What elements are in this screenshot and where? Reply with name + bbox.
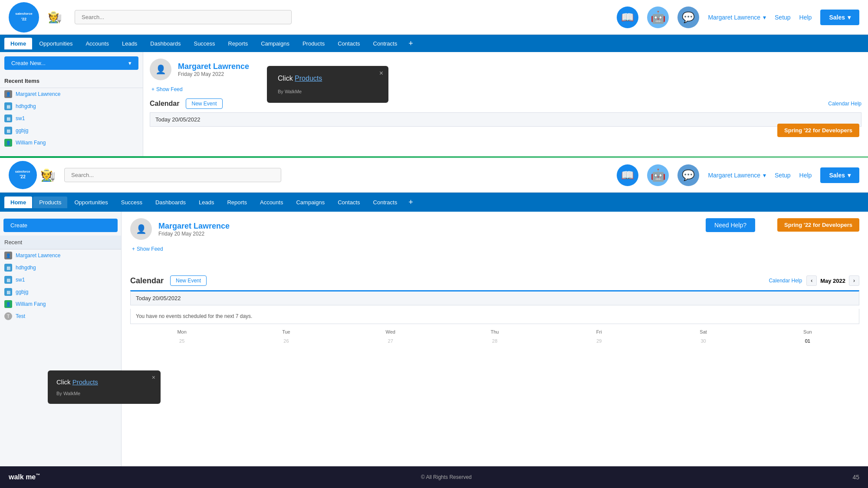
record-icon-b3: ▦ [4, 288, 12, 296]
mascot-bottom: 🧑‍🌾 [40, 168, 56, 182]
nav-item-reports-bottom[interactable]: Reports [221, 197, 253, 208]
record-icon-b2: ▦ [4, 276, 12, 284]
avatar-top: 👤 [150, 59, 171, 80]
sales-button-top[interactable]: Sales ▾ [820, 10, 859, 25]
list-item[interactable]: 👤 Margaret Lawrence [0, 88, 143, 100]
sidebar-bottom: Create Recent 👤 Margaret Lawrence ▦ hdhg… [0, 212, 122, 472]
calendar-help-top[interactable]: Calendar Help [828, 101, 861, 107]
salesforce-logo-bottom: salesforce '22 [9, 161, 37, 189]
svg-text:'22: '22 [20, 174, 26, 179]
list-item[interactable]: ▦ sw1 [0, 112, 143, 124]
nav-item-success-top[interactable]: Success [187, 38, 221, 49]
user-menu-bottom[interactable]: Margaret Lawrence ▾ [708, 172, 766, 179]
calendar-help-bottom[interactable]: Calendar Help [769, 278, 802, 284]
profile-name-top: Margaret Lawrence [178, 62, 249, 71]
list-item[interactable]: ▦ hdhgdhg [0, 262, 121, 274]
contact-icon: 👤 [4, 90, 12, 98]
nav-plus-top[interactable]: + [404, 37, 418, 50]
nav-item-dashboards-bottom[interactable]: Dashboards [149, 197, 192, 208]
walkme-popup-top: × Click Products By WalkMe [267, 66, 388, 103]
nav-item-products-top[interactable]: Products [296, 38, 331, 49]
close-button-walkme-top[interactable]: × [379, 69, 383, 77]
show-feed-button-bottom[interactable]: + Show Feed [130, 244, 859, 254]
nav-item-opportunities-top[interactable]: Opportunities [33, 38, 79, 49]
recent-header-bottom: Recent [0, 236, 121, 249]
no-events-text: You have no events scheduled for the nex… [130, 309, 859, 324]
book-icon-bottom[interactable]: 📖 [617, 164, 638, 186]
footer-page-num: 45 [852, 474, 859, 481]
robot-icon-top[interactable]: 🤖 [647, 7, 669, 28]
walkme-popup-bottom: × Click Products By WalkMe [48, 370, 161, 404]
nav-item-contacts-bottom[interactable]: Contacts [332, 197, 366, 208]
calendar-prev-btn[interactable]: ‹ [806, 275, 817, 286]
record-icon: ▦ [4, 102, 12, 110]
test-icon-b: T [4, 312, 12, 320]
chat-icon-top[interactable]: 💬 [677, 7, 699, 28]
svg-text:salesforce: salesforce [15, 12, 33, 16]
create-new-button-top[interactable]: Create New... ▾ [4, 56, 138, 70]
nav-bar-top: Home Opportunities Accounts Leads Dashbo… [0, 35, 868, 52]
search-input-bottom[interactable] [64, 168, 281, 182]
walkme-attribution-top: By WalkMe [278, 89, 378, 94]
footer-bar: walk me™ © All Rights Reserved 45 [0, 466, 868, 488]
close-button-walkme-bottom[interactable]: × [152, 374, 155, 381]
nav-item-opportunities-bottom[interactable]: Opportunities [68, 197, 114, 208]
nav-item-campaigns-top[interactable]: Campaigns [255, 38, 296, 49]
list-item[interactable]: ▦ ggbjg [0, 124, 143, 137]
walkme-products-link-bottom[interactable]: Products [72, 378, 98, 386]
nav-item-contracts-bottom[interactable]: Contracts [367, 197, 404, 208]
calendar-next-btn[interactable]: › [849, 275, 859, 286]
profile-date-top: Friday 20 May 2022 [178, 71, 249, 77]
calendar-mini-grid: Mon Tue Wed Thu Fri Sat Sun 25 26 27 28 … [130, 328, 859, 345]
profile-date-bottom: Friday 20 May 2022 [158, 231, 230, 237]
help-link-top[interactable]: Help [799, 14, 812, 21]
help-link-bottom[interactable]: Help [799, 172, 812, 179]
walkme-products-link-top[interactable]: Products [295, 75, 322, 82]
need-help-button[interactable]: Need Help? [706, 218, 755, 232]
setup-link-top[interactable]: Setup [775, 14, 791, 21]
sales-button-bottom[interactable]: Sales ▾ [820, 167, 859, 183]
nav-item-products-bottom[interactable]: Products [33, 197, 67, 208]
list-item[interactable]: ▦ hdhgdhg [0, 100, 143, 112]
robot-icon-bottom[interactable]: 🤖 [647, 164, 669, 186]
sidebar-top: Create New... ▾ Recent Items 👤 Margaret … [0, 52, 143, 156]
walkme-popup-title-top: Click Products [278, 75, 378, 82]
nav-item-dashboards-top[interactable]: Dashboards [144, 38, 187, 49]
book-icon-top[interactable]: 📖 [617, 7, 638, 28]
new-event-button-top[interactable]: New Event [186, 98, 222, 109]
setup-link-bottom[interactable]: Setup [775, 172, 791, 179]
header-bar-bottom: salesforce '22 🧑‍🌾 📖 🤖 💬 Margaret Lawren… [0, 158, 868, 193]
list-item[interactable]: T Test [0, 310, 121, 322]
nav-item-home-top[interactable]: Home [4, 38, 32, 49]
nav-item-success-bottom[interactable]: Success [115, 197, 148, 208]
nav-plus-bottom[interactable]: + [404, 196, 418, 209]
list-item[interactable]: 👤 Margaret Lawrence [0, 249, 121, 262]
nav-item-leads-bottom[interactable]: Leads [193, 197, 220, 208]
user-menu-top[interactable]: Margaret Lawrence ▾ [708, 14, 766, 21]
spring-banner-top[interactable]: Spring '22 for Developers [777, 124, 859, 137]
nav-item-reports-top[interactable]: Reports [222, 38, 254, 49]
nav-item-contracts-top[interactable]: Contracts [367, 38, 404, 49]
list-item[interactable]: ▦ ggbjg [0, 286, 121, 298]
header-bar-top: salesforce '22 🧑‍🌾 📖 🤖 💬 Margaret Lawren… [0, 0, 868, 35]
main-content-bottom: 👤 Margaret Lawrence Friday 20 May 2022 +… [122, 212, 868, 472]
calendar-date-bar-bottom: Today 20/05/2022 [130, 290, 859, 305]
list-item[interactable]: ▦ sw1 [0, 274, 121, 286]
person-icon: 👤 [4, 139, 12, 147]
nav-item-accounts-bottom[interactable]: Accounts [254, 197, 289, 208]
nav-item-accounts-top[interactable]: Accounts [79, 38, 115, 49]
create-button-bottom[interactable]: Create [3, 219, 118, 232]
nav-item-campaigns-bottom[interactable]: Campaigns [290, 197, 331, 208]
nav-item-leads-top[interactable]: Leads [116, 38, 143, 49]
nav-item-contacts-top[interactable]: Contacts [332, 38, 366, 49]
chat-icon-bottom[interactable]: 💬 [677, 164, 699, 186]
show-feed-button-top[interactable]: + Show Feed [150, 85, 861, 94]
spring-banner-bottom[interactable]: Spring '22 for Developers [777, 218, 859, 232]
list-item[interactable]: 👤 William Fang [0, 298, 121, 310]
search-input-top[interactable] [75, 10, 292, 24]
list-item[interactable]: 👤 William Fang [0, 137, 143, 149]
new-event-button-bottom[interactable]: New Event [170, 275, 207, 286]
nav-item-home-bottom[interactable]: Home [4, 197, 32, 208]
record-icon-b1: ▦ [4, 264, 12, 272]
walkme-attribution-bottom: By WalkMe [56, 391, 152, 396]
